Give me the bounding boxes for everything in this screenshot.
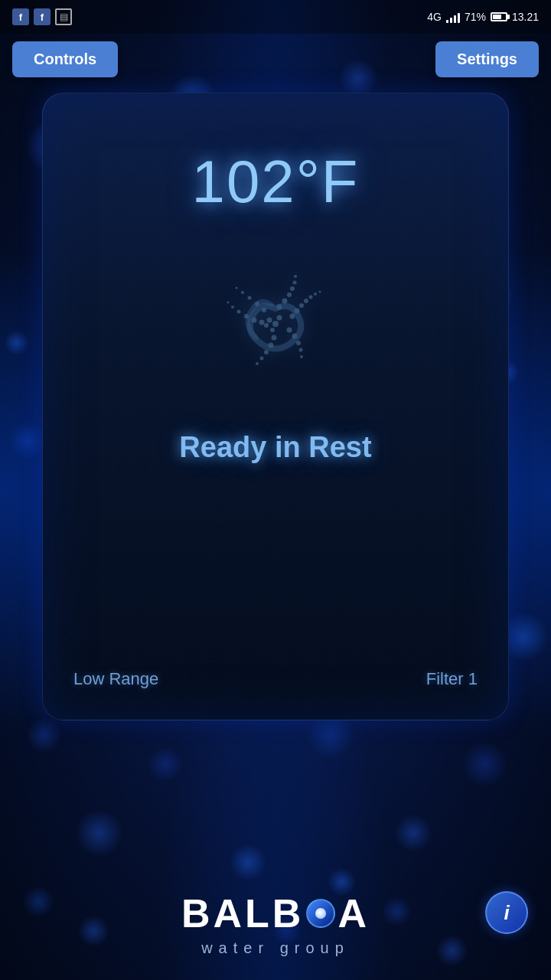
status-right: 4G 71% 13.21 — [427, 11, 539, 23]
swirl-logo — [207, 255, 344, 393]
brand-text-1: BALB — [181, 890, 304, 936]
svg-point-10 — [294, 275, 297, 278]
svg-point-9 — [293, 281, 297, 285]
temperature-value: 102°F — [192, 148, 360, 215]
svg-point-36 — [248, 296, 252, 300]
svg-point-2 — [277, 315, 282, 321]
info-row: Low Range Filter 1 — [66, 669, 485, 689]
battery-fill — [493, 15, 501, 19]
svg-point-14 — [304, 299, 308, 303]
svg-point-13 — [299, 303, 304, 308]
facebook-icon-2: f — [34, 8, 51, 25]
svg-point-22 — [300, 355, 303, 358]
svg-point-32 — [231, 305, 234, 309]
svg-point-15 — [309, 296, 313, 299]
notification-icons: f f — [12, 8, 72, 25]
status-text: Ready in Rest — [179, 431, 371, 464]
signal-bar-3 — [454, 15, 456, 23]
svg-point-33 — [227, 302, 230, 304]
clock: 13.21 — [512, 11, 539, 23]
brand-text-2: A — [337, 890, 370, 936]
main-card: 102°F — [42, 93, 509, 720]
brand-tagline: water group — [201, 939, 350, 957]
facebook-icon-1: f — [12, 8, 29, 25]
svg-point-27 — [256, 362, 259, 365]
image-icon — [55, 8, 72, 25]
info-button[interactable]: i — [485, 891, 528, 934]
temperature-display: 102°F — [192, 147, 360, 217]
battery-icon — [491, 12, 507, 21]
brand-name: BALB A — [181, 890, 370, 936]
settings-button[interactable]: Settings — [435, 41, 539, 77]
info-icon: i — [504, 901, 509, 925]
svg-point-28 — [259, 320, 265, 325]
svg-point-23 — [272, 335, 277, 341]
svg-point-26 — [260, 357, 264, 361]
balboa-logo: BALB A water group — [181, 890, 370, 957]
svg-point-21 — [299, 348, 303, 352]
svg-point-6 — [282, 299, 288, 304]
svg-point-37 — [241, 291, 244, 294]
swirl-svg — [207, 255, 344, 393]
svg-point-1 — [267, 318, 272, 323]
network-type: 4G — [427, 11, 442, 23]
bottom-section: BALB A water group i — [0, 890, 551, 957]
signal-bars — [446, 11, 460, 23]
svg-point-31 — [237, 310, 241, 314]
controls-button[interactable]: Controls — [12, 41, 118, 77]
svg-point-17 — [319, 291, 321, 293]
svg-point-7 — [287, 292, 292, 297]
nav-bar: Controls Settings — [0, 34, 551, 85]
svg-point-16 — [314, 292, 317, 296]
signal-bar-2 — [450, 18, 452, 23]
svg-point-0 — [272, 321, 279, 327]
battery-percentage: 71% — [465, 11, 486, 23]
svg-point-4 — [270, 328, 275, 332]
signal-bar-4 — [458, 13, 460, 23]
brand-circle-icon — [306, 899, 335, 928]
svg-point-3 — [264, 323, 269, 328]
filter-label: Filter 1 — [426, 669, 478, 689]
svg-point-38 — [236, 287, 238, 289]
low-range-label: Low Range — [73, 669, 158, 689]
status-bar: f f 4G 71% 13.21 — [0, 0, 551, 34]
svg-point-8 — [290, 286, 295, 291]
signal-bar-1 — [446, 20, 448, 23]
svg-point-18 — [287, 328, 292, 333]
